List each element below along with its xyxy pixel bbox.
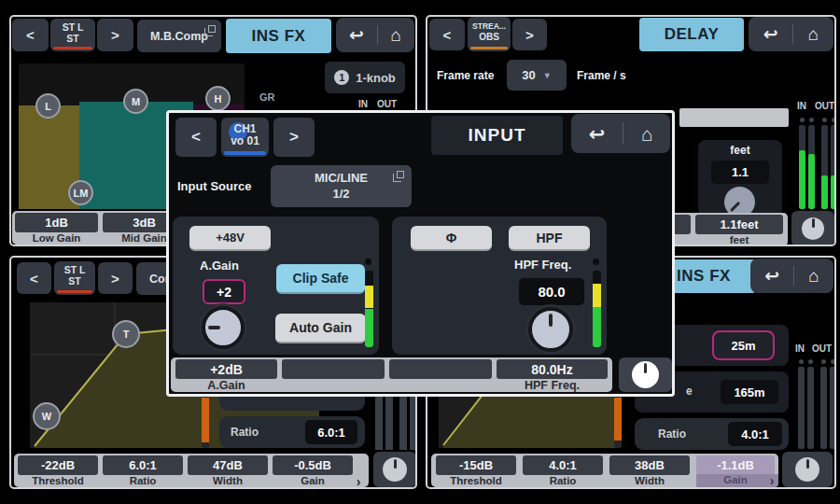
param-cell-selected[interactable]: -1.1dB: [696, 455, 775, 475]
prev-channel-button[interactable]: <: [12, 19, 49, 51]
ratio-label: Ratio: [658, 427, 686, 441]
param-label: A.Gain: [175, 379, 277, 392]
prev-channel-button[interactable]: <: [429, 19, 465, 50]
param-label: Width: [609, 475, 690, 486]
in-label: IN: [797, 101, 806, 111]
prev-channel-button[interactable]: <: [17, 262, 51, 294]
home-icon[interactable]: ⌂: [808, 25, 819, 43]
frame-rate-dropdown[interactable]: 30 ▼: [507, 60, 567, 91]
in-meter: [808, 125, 815, 209]
home-icon[interactable]: ⌂: [391, 26, 401, 44]
ratio-value[interactable]: 6.0:1: [305, 420, 357, 444]
more-params-icon[interactable]: ›: [352, 474, 365, 489]
phase-button[interactable]: Φ: [411, 226, 492, 251]
page-title[interactable]: INS FX: [226, 19, 331, 53]
param-cell[interactable]: [389, 359, 492, 379]
next-channel-button[interactable]: >: [97, 19, 133, 51]
param-cell[interactable]: 4.0:1: [523, 455, 603, 475]
next-channel-button[interactable]: >: [273, 118, 315, 157]
next-channel-button[interactable]: >: [98, 262, 133, 294]
knob-mode-button[interactable]: [782, 452, 833, 487]
dialog-title: INPUT: [431, 116, 563, 155]
input-dialog: < CH1 vo 01 > INPUT ↩ ⌂ Input Source MIC…: [166, 110, 675, 397]
param-cell[interactable]: 80.0Hz: [497, 359, 608, 379]
param-cell[interactable]: [282, 359, 385, 379]
home-icon[interactable]: ⌂: [641, 124, 653, 144]
channel-color-bar: [470, 47, 508, 49]
param-cell[interactable]: 6.0:1: [103, 455, 183, 475]
divider: [793, 266, 794, 285]
frame-rate-value: 30: [522, 68, 535, 82]
again-value[interactable]: +2: [203, 279, 245, 304]
out-meter: [821, 125, 828, 209]
prev-channel-button[interactable]: <: [175, 118, 217, 157]
param-cell[interactable]: -0.5dB: [273, 455, 353, 475]
clip-led: [800, 118, 805, 122]
channel-tab[interactable]: CH1 vo 01: [221, 118, 269, 157]
param-cell[interactable]: 1.1feet: [695, 215, 783, 234]
input-source-line2: 1/2: [332, 187, 349, 202]
phantom-48v-button[interactable]: +48V: [189, 226, 271, 251]
threshold-handle[interactable]: T: [112, 320, 140, 348]
hpf-button[interactable]: HPF: [509, 226, 590, 251]
low-band-handle[interactable]: L: [35, 93, 61, 119]
ratio-value[interactable]: 4.0:1: [728, 422, 782, 446]
param-cell[interactable]: +2dB: [175, 359, 277, 379]
delay-unit-label: feet: [698, 144, 782, 157]
input-source-button[interactable]: MIC/LINE 1/2: [271, 165, 412, 207]
more-params-icon[interactable]: ›: [765, 473, 778, 488]
knob-mode-button[interactable]: [791, 211, 834, 246]
lowmid-crossover-handle[interactable]: LM: [68, 180, 93, 205]
back-icon[interactable]: ↩: [764, 267, 779, 285]
clip-led: [809, 118, 814, 122]
preset-button[interactable]: M.B.Comp: [137, 20, 221, 52]
param-label: Gain: [696, 474, 775, 485]
page-title[interactable]: DELAY: [639, 18, 744, 51]
channel-tab-line1: ST L: [63, 22, 84, 34]
clip-led: [821, 359, 826, 364]
ratio-box: Ratio 4.0:1: [635, 418, 789, 450]
meter-bar: [375, 388, 383, 450]
hpf-knob[interactable]: [528, 307, 573, 352]
param-label: Ratio: [523, 475, 603, 486]
knob-mode-button[interactable]: [373, 452, 416, 487]
param-cell[interactable]: -15dB: [436, 455, 516, 475]
delay-value[interactable]: 1.1: [711, 161, 769, 184]
delay-knob-group: feet 1.1: [698, 140, 782, 217]
param-cell[interactable]: 47dB: [188, 455, 268, 475]
in-label: IN: [795, 343, 805, 354]
release-value[interactable]: 165m: [721, 380, 778, 404]
param-cell[interactable]: -22dB: [18, 455, 98, 475]
clip-safe-button[interactable]: Clip Safe: [276, 264, 365, 294]
clip-led: [593, 259, 599, 265]
next-channel-button[interactable]: >: [512, 19, 547, 50]
out-label: OUT: [377, 99, 397, 109]
param-cell[interactable]: 1dB: [15, 213, 98, 232]
back-icon[interactable]: ↩: [349, 26, 364, 44]
attack-value[interactable]: 25m: [712, 330, 775, 360]
hpf-freq-value[interactable]: 80.0: [519, 278, 584, 305]
param-label: Low Gain: [15, 232, 98, 244]
width-handle[interactable]: W: [33, 402, 61, 430]
home-icon[interactable]: ⌂: [808, 267, 819, 285]
high-band-handle[interactable]: H: [205, 86, 231, 111]
back-icon[interactable]: ↩: [763, 25, 778, 43]
input-level-meter: [365, 271, 373, 347]
hpf-freq-label: HPF Freq.: [514, 258, 571, 272]
param-label: Width: [188, 475, 268, 486]
channel-color-bar: [53, 47, 92, 49]
knob-icon: [802, 217, 824, 240]
param-label: Gain: [273, 475, 353, 486]
channel-tab[interactable]: ST L ST: [54, 261, 95, 295]
channel-tab[interactable]: ST L ST: [50, 19, 95, 51]
one-knob-button[interactable]: 1 1-knob: [325, 62, 405, 93]
back-icon[interactable]: ↩: [589, 124, 606, 144]
channel-tab[interactable]: STREA... OBS: [468, 17, 511, 51]
again-knob[interactable]: [202, 306, 245, 349]
knob-mode-button[interactable]: [619, 357, 672, 392]
mixer-screen: < ST L ST > M.B.Comp INS FX ↩ ⌂ L M H LM…: [0, 0, 840, 504]
auto-gain-button[interactable]: Auto Gain: [275, 314, 366, 343]
clip-led: [832, 118, 836, 122]
param-cell[interactable]: 38dB: [609, 455, 690, 475]
mid-band-handle[interactable]: M: [123, 89, 148, 114]
